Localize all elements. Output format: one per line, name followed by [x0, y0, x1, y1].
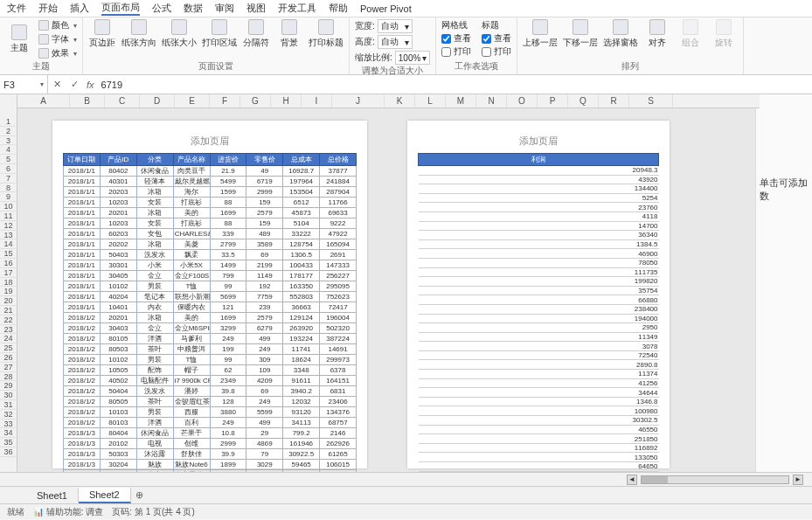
printarea-button[interactable]: 打印区域 — [202, 19, 237, 49]
head-view-check[interactable]: 查看 — [482, 32, 511, 45]
menu-5[interactable]: 数据 — [184, 2, 203, 15]
add-sheet-button[interactable]: ⊕ — [131, 489, 149, 501]
rotate-button[interactable]: 旋转 — [710, 19, 738, 49]
menu-4[interactable]: 公式 — [152, 2, 171, 15]
formula-input[interactable]: 6719 — [98, 80, 812, 90]
group-button[interactable]: 组合 — [677, 19, 704, 49]
fonts-button[interactable]: 字体▾ — [38, 33, 77, 45]
add-data-hint[interactable]: 单击可添加数 — [756, 173, 812, 206]
grid-view-check[interactable]: 查看 — [441, 32, 471, 45]
group-page: 页面设置 — [88, 60, 344, 73]
menu-10[interactable]: Power Pivot — [360, 3, 412, 14]
menu-bar: 文件开始插入页面布局公式数据审阅视图开发工具帮助Power Pivot — [0, 0, 812, 17]
themes-button[interactable]: 主题 — [5, 24, 33, 54]
status-ready: 就绪 — [7, 506, 24, 518]
margins-button[interactable]: 页边距 — [88, 19, 116, 49]
breaks-button[interactable]: 分隔符 — [242, 19, 270, 49]
status-bar: 就绪 📊 辅助功能: 调查 页码: 第 1 页(共 4 页) — [0, 503, 812, 519]
status-page: 页码: 第 1 页(共 4 页) — [112, 506, 194, 518]
menu-3[interactable]: 页面布局 — [101, 1, 140, 16]
scale-width[interactable]: 宽度:自动▾ — [355, 19, 430, 33]
menu-0[interactable]: 文件 — [7, 2, 26, 15]
orientation-button[interactable]: 纸张方向 — [121, 19, 156, 49]
confirm-icon[interactable]: ✓ — [66, 79, 83, 90]
size-button[interactable]: 纸张大小 — [162, 19, 197, 49]
headings-label: 标题 — [482, 19, 511, 31]
cancel-icon[interactable]: ✕ — [48, 79, 66, 90]
backward-button[interactable]: 下移一层 — [563, 19, 598, 49]
selpane-button[interactable]: 选择窗格 — [603, 19, 638, 49]
group-sheet: 工作表选项 — [441, 60, 511, 73]
h-scrollbar[interactable]: ◄ ► — [627, 475, 803, 485]
group-scale: 调整为合适大小 — [355, 65, 430, 77]
group-arrange: 排列 — [523, 60, 738, 73]
head-print-check[interactable]: 打印 — [482, 45, 511, 58]
fx-icon[interactable]: fx — [87, 80, 94, 90]
titles-button[interactable]: 打印标题 — [309, 19, 344, 49]
formula-bar: F3▾ ✕ ✓ fx 6719 — [0, 75, 812, 94]
row-headers: 1234567891011121314151617181920212223242… — [0, 94, 17, 472]
right-panel: 单击可添加数 — [755, 94, 812, 472]
grid-print-check[interactable]: 打印 — [441, 45, 471, 58]
menu-7[interactable]: 视图 — [246, 2, 266, 15]
tab-sheet2[interactable]: Sheet2 — [79, 488, 131, 503]
add-header-1[interactable]: 添加页眉 — [63, 131, 357, 153]
menu-8[interactable]: 开发工具 — [278, 2, 316, 15]
scale-height[interactable]: 高度:自动▾ — [355, 35, 430, 49]
background-button[interactable]: 背景 — [275, 19, 303, 49]
column-headers: ABCDEFGHIJKLMNOPQRS — [17, 94, 760, 108]
sheet-tabs: Sheet1 Sheet2 ⊕ — [0, 486, 812, 503]
gridlines-label: 网格线 — [441, 19, 471, 31]
page-2: 添加页眉 利润20948.343920134400525423760411814… — [407, 121, 670, 468]
ribbon: 主题 颜色▾ 字体▾ 效果▾ 主题 页边距 纸张方向 纸张大小 打印区域 分隔符… — [0, 17, 812, 75]
data-table-2[interactable]: 利润20948.34392013440052542376041181470036… — [418, 153, 659, 472]
page-1: 添加页眉 订单日期产品ID分类产品名称进货价零售价总成本总价格2018/1/18… — [52, 121, 367, 468]
effects-button[interactable]: 效果▾ — [38, 47, 77, 59]
align-button[interactable]: 对齐 — [643, 19, 671, 49]
group-theme: 主题 — [5, 60, 77, 73]
name-box[interactable]: F3▾ — [0, 75, 48, 94]
forward-button[interactable]: 上移一层 — [523, 19, 558, 49]
tab-sheet1[interactable]: Sheet1 — [26, 489, 79, 503]
status-acc: 📊 辅助功能: 调查 — [33, 506, 103, 518]
add-header-2[interactable]: 添加页眉 — [418, 131, 659, 153]
menu-6[interactable]: 审阅 — [215, 2, 234, 15]
menu-9[interactable]: 帮助 — [329, 2, 348, 15]
data-table-1[interactable]: 订单日期产品ID分类产品名称进货价零售价总成本总价格2018/1/180402休… — [63, 153, 357, 472]
menu-1[interactable]: 开始 — [38, 2, 58, 15]
menu-2[interactable]: 插入 — [70, 2, 89, 15]
colors-button[interactable]: 颜色▾ — [38, 19, 77, 31]
scale-pct[interactable]: 缩放比例:100%▾ — [355, 51, 430, 65]
